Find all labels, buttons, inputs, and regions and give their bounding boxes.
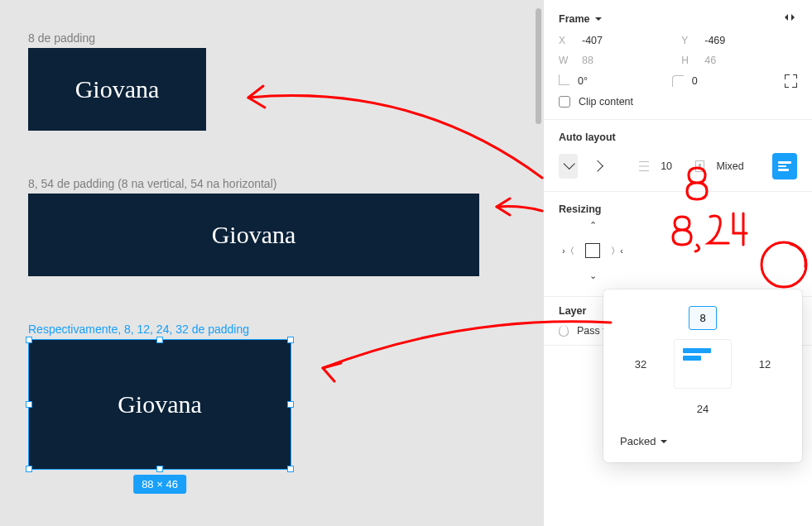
spacing-mode-dropdown[interactable]: Packed <box>617 435 789 447</box>
padding-top-field[interactable]: 8 <box>689 306 716 330</box>
alignment-button[interactable] <box>772 153 797 179</box>
box-text: Giovana <box>118 390 202 418</box>
padding-bottom-field[interactable]: 24 <box>687 398 718 420</box>
y-field[interactable]: Y -469 <box>681 35 795 46</box>
padding-icon <box>695 160 704 172</box>
resize-handle[interactable] <box>287 337 294 343</box>
alignment-grid[interactable] <box>674 339 732 389</box>
resizing-title: Resizing <box>559 203 601 215</box>
gap-field[interactable]: 10 <box>661 160 672 172</box>
resizing-widget[interactable]: ⌃ ⌄ ›〈 〉‹ <box>559 220 627 281</box>
resize-handle[interactable] <box>26 466 32 472</box>
rotation-field[interactable]: 0° <box>559 74 664 88</box>
direction-horizontal-button[interactable] <box>589 154 608 179</box>
example-box-1[interactable]: Giovana <box>28 48 206 131</box>
resize-handle[interactable] <box>156 466 163 472</box>
chevron-down-icon <box>661 435 667 447</box>
resize-handle[interactable] <box>156 337 163 343</box>
blend-mode-icon <box>559 325 569 337</box>
resizing-section: Resizing ⌃ ⌄ ›〈 〉‹ <box>544 192 812 297</box>
example-box-3[interactable]: Giovana <box>29 340 291 469</box>
auto-layout-section: Auto layout 10 Mixed <box>544 120 812 192</box>
w-field[interactable]: W 88 <box>559 55 673 66</box>
collapse-icon[interactable] <box>782 12 797 26</box>
box-text: Giovana <box>75 75 160 103</box>
corner-radius-field[interactable]: 0 <box>672 75 777 87</box>
selected-frame[interactable]: Giovana 88 × 46 <box>28 339 291 470</box>
canvas-area[interactable]: 8 de padding Giovana 8, 54 de padding (8… <box>0 0 543 526</box>
box-text: Giovana <box>212 221 296 249</box>
frame-section: Frame X -407 Y -469 W 88 H 46 <box>544 0 812 120</box>
layer-title: Layer <box>559 305 586 317</box>
clip-content-checkbox[interactable] <box>559 96 570 108</box>
corner-radius-icon <box>672 75 684 87</box>
x-field[interactable]: X -407 <box>559 35 673 46</box>
frame-label-2: 8, 54 de padding (8 na vertical, 54 na h… <box>28 177 276 190</box>
resize-handle[interactable] <box>287 401 294 408</box>
padding-left-field[interactable]: 32 <box>625 353 656 375</box>
auto-layout-title: Auto layout <box>559 132 616 143</box>
frame-title[interactable]: Frame <box>559 13 602 25</box>
clip-content-label: Clip content <box>579 96 633 108</box>
padding-field[interactable]: Mixed <box>716 160 743 172</box>
h-field[interactable]: H 46 <box>681 55 795 66</box>
padding-right-field[interactable]: 12 <box>749 353 781 375</box>
resize-handle[interactable] <box>26 337 32 343</box>
scrollbar-thumb[interactable] <box>536 8 541 124</box>
chevron-down-icon <box>595 13 602 25</box>
independent-corners-icon[interactable] <box>785 74 797 88</box>
resize-handle[interactable] <box>26 401 32 408</box>
padding-popover: 8 32 12 24 Packed <box>603 289 802 462</box>
resize-handle[interactable] <box>287 466 294 472</box>
frame-label-1: 8 de padding <box>28 31 95 45</box>
direction-vertical-button[interactable] <box>559 154 578 179</box>
angle-icon <box>559 74 569 88</box>
example-box-2[interactable]: Giovana <box>28 194 479 276</box>
gap-icon <box>639 161 649 171</box>
selection-dimensions: 88 × 46 <box>133 475 186 494</box>
inspector-panel: Frame X -407 Y -469 W 88 H 46 <box>543 0 812 526</box>
frame-label-3: Respectivamente, 8, 12, 24, 32 de paddin… <box>28 323 249 336</box>
